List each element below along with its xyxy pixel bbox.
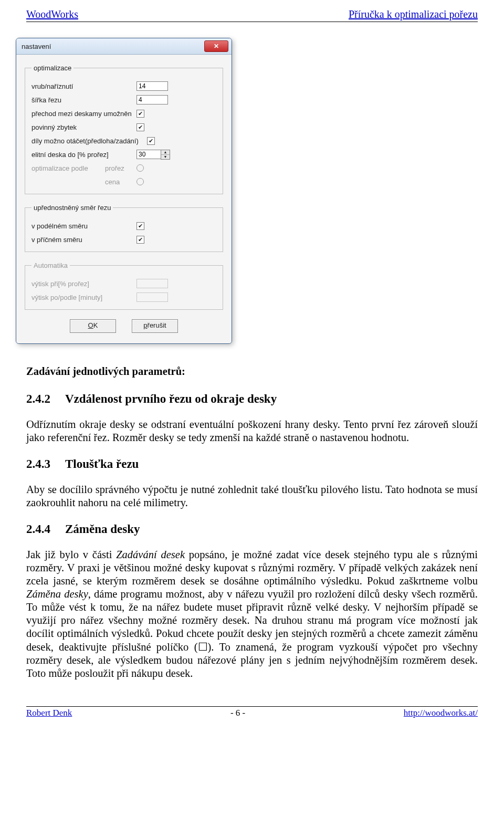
checkbox-povinny[interactable]: ✔ bbox=[136, 123, 144, 131]
label-dily: díly možno otáčet(předloha/zadání) bbox=[32, 137, 147, 145]
checkbox-podel[interactable]: ✔ bbox=[136, 222, 144, 230]
section-243-body: Aby se docílilo správného výpočtu je nut… bbox=[26, 483, 478, 509]
intro-heading: Zadávání jednotlivých parametrů: bbox=[26, 365, 478, 378]
checkbox-pric[interactable]: ✔ bbox=[136, 236, 144, 244]
section-243-heading: 2.4.3 Tloušťka řezu bbox=[26, 457, 478, 472]
label-sirka: šířka řezu bbox=[32, 96, 136, 104]
section-244-num: 2.4.4 bbox=[26, 522, 50, 537]
group-optimization-legend: optimalizace bbox=[32, 64, 74, 72]
input-elitni[interactable] bbox=[136, 150, 161, 159]
label-auto-row2: výtisk po/podle [minuty] bbox=[32, 294, 136, 301]
footer-page-number: - 6 - bbox=[230, 708, 245, 718]
checkbox-prechod[interactable]: ✔ bbox=[136, 110, 144, 118]
group-optimization: optimalizace vrub/naříznutí šířka řezu p… bbox=[25, 64, 223, 194]
group-direction: upřednostněný směr řezu v podélném směru… bbox=[25, 204, 223, 252]
group-automatika-legend: Automatika bbox=[32, 261, 70, 269]
footer-author-link[interactable]: Robert Denk bbox=[26, 708, 72, 718]
close-button[interactable]: ✕ bbox=[204, 40, 228, 52]
label-optpodle-opt1: prořez bbox=[105, 164, 136, 172]
header-left: WoodWorks bbox=[26, 8, 78, 20]
input-sirka[interactable] bbox=[136, 95, 168, 104]
input-auto-row1 bbox=[136, 279, 168, 288]
section-243-num: 2.4.3 bbox=[26, 457, 50, 472]
section-244-body: Jak již bylo v části Zadávání desek pops… bbox=[26, 548, 478, 680]
section-244-heading: 2.4.4 Záměna desky bbox=[26, 522, 478, 537]
section-242-num: 2.4.2 bbox=[26, 392, 50, 406]
label-povinny: povinný zbytek bbox=[32, 123, 136, 131]
section-243-title: Tloušťka řezu bbox=[65, 457, 139, 472]
label-optpodle: optimalizace podle bbox=[32, 164, 105, 172]
header-right: Příručka k optimalizaci pořezu bbox=[349, 8, 478, 20]
cancel-button[interactable]: přerušit bbox=[132, 319, 178, 333]
section-244-title: Záměna desky bbox=[65, 522, 140, 537]
radio-cena bbox=[136, 178, 144, 185]
ok-button[interactable]: OK bbox=[70, 319, 116, 333]
label-optpodle-opt2: cena bbox=[105, 178, 136, 186]
label-prechod: přechod mezi deskamy umožněn bbox=[32, 110, 136, 118]
spinner-elitni[interactable]: ▲▼ bbox=[136, 150, 170, 160]
page-footer: Robert Denk - 6 - http://woodworks.at/ bbox=[26, 706, 478, 718]
radio-prorez bbox=[136, 164, 144, 172]
section-242-title: Vzdálenost prvního řezu od okraje desky bbox=[65, 392, 277, 406]
group-direction-legend: upřednostněný směr řezu bbox=[32, 204, 113, 212]
close-icon: ✕ bbox=[214, 43, 219, 50]
dialog-screenshot: nastavení ✕ optimalizace vrub/naříznutí … bbox=[16, 38, 232, 344]
dialog-title: nastavení bbox=[22, 43, 51, 50]
checkbox-glyph-icon: ☐ bbox=[198, 641, 208, 653]
label-vrub: vrub/naříznutí bbox=[32, 82, 136, 90]
checkbox-dily[interactable]: ✔ bbox=[147, 137, 155, 145]
header-rule bbox=[26, 22, 478, 22]
dialog-titlebar: nastavení ✕ bbox=[16, 38, 232, 55]
spinner-up-icon[interactable]: ▲ bbox=[161, 150, 170, 155]
input-vrub[interactable] bbox=[136, 81, 168, 91]
group-automatika: Automatika výtisk při[% prořez] výtisk p… bbox=[25, 261, 223, 310]
label-auto-row1: výtisk při[% prořez] bbox=[32, 280, 136, 288]
label-pric: v příčném směru bbox=[32, 236, 136, 244]
label-elitni: elitní deska do [% prořez] bbox=[32, 151, 136, 159]
section-242-heading: 2.4.2 Vzdálenost prvního řezu od okraje … bbox=[26, 392, 478, 406]
spinner-down-icon[interactable]: ▼ bbox=[161, 155, 170, 159]
footer-url-link[interactable]: http://woodworks.at/ bbox=[404, 708, 478, 718]
label-podel: v podélném směru bbox=[32, 222, 136, 230]
input-auto-row2 bbox=[136, 292, 168, 302]
section-242-body: Odříznutím okraje desky se odstraní even… bbox=[26, 418, 478, 444]
